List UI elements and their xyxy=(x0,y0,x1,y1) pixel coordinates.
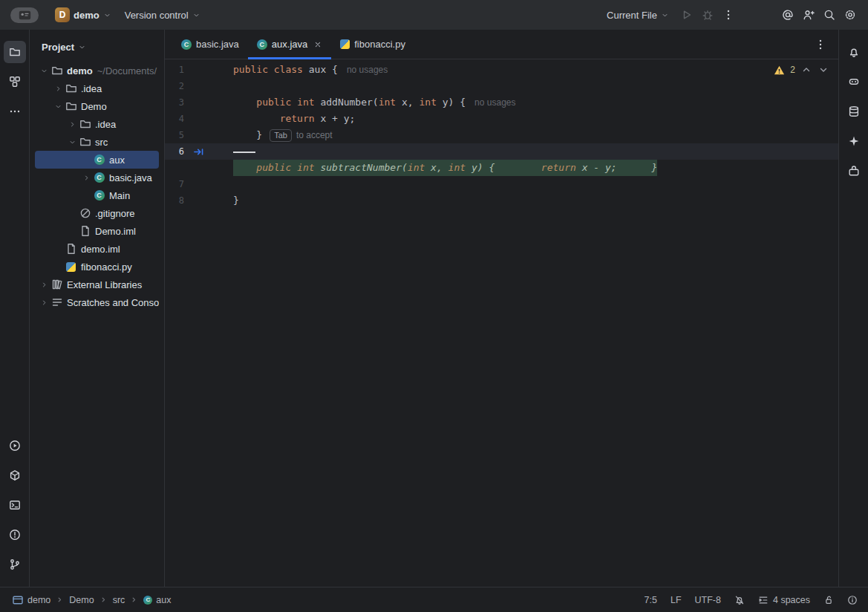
inline-completion-gutter-icon[interactable] xyxy=(184,146,206,157)
code-line-1[interactable]: 1public class aux {no usages xyxy=(165,62,838,78)
line-number: 2 xyxy=(165,78,184,94)
tree-item-.idea[interactable]: .idea xyxy=(35,115,159,133)
window-controls[interactable] xyxy=(10,7,39,23)
info-icon xyxy=(847,595,858,605)
problems-tool-button[interactable] xyxy=(4,524,26,546)
chevron-right-icon[interactable] xyxy=(38,296,50,308)
breadcrumb-aux[interactable]: Caux xyxy=(143,595,171,605)
code-line-2[interactable]: 2 xyxy=(165,78,838,94)
code-lines: 1public class aux {no usages23 public in… xyxy=(165,62,838,209)
more-tool-windows-button[interactable] xyxy=(4,100,26,123)
chevron-down-icon[interactable] xyxy=(818,64,829,76)
inline-suggestion-line[interactable]: public int subtractNumber(int x, int y) … xyxy=(165,160,838,176)
titlebar-actions xyxy=(676,4,861,25)
tree-item-main[interactable]: CMain xyxy=(35,186,159,204)
ai-chat-button[interactable] xyxy=(777,4,798,25)
usages-inlay-hint[interactable]: no usages xyxy=(347,62,388,78)
tab-fibonacci.py[interactable]: fibonacci.py xyxy=(331,30,414,59)
right-toolbar-top xyxy=(843,37,865,186)
run-config-selector[interactable]: Current File xyxy=(601,7,675,24)
tree-item-fibonacci.py[interactable]: fibonacci.py xyxy=(35,258,159,276)
project-panel-title: Project xyxy=(42,42,74,53)
chevron-right-icon[interactable] xyxy=(80,172,93,183)
usages-inlay-hint[interactable]: no usages xyxy=(474,94,515,111)
debug-button[interactable] xyxy=(697,4,718,25)
chevron-right-icon[interactable] xyxy=(52,82,65,94)
tree-item-demo[interactable]: demo~/Documents/ xyxy=(35,62,159,79)
class-icon: C xyxy=(143,596,152,605)
breadcrumb-demo[interactable]: Demo xyxy=(69,595,94,605)
chevron-right-icon[interactable] xyxy=(38,279,50,290)
code-line-4[interactable]: 4 return x + y; xyxy=(165,111,838,127)
tree-item-basic.java[interactable]: Cbasic.java xyxy=(35,169,159,186)
caret-position-widget[interactable]: 7:5 xyxy=(645,595,657,605)
terminal-tool-button[interactable] xyxy=(4,494,26,516)
tab-basic.java[interactable]: Cbasic.java xyxy=(172,30,248,59)
tab-options-icon[interactable] xyxy=(815,39,826,51)
breadcrumbs: demoDemosrcCaux xyxy=(12,594,171,606)
folder-icon xyxy=(79,118,91,130)
tree-item-label: fibonacci.py xyxy=(81,261,132,273)
code-line-8[interactable]: 8} xyxy=(165,192,838,209)
tree-item-demo[interactable]: Demo xyxy=(35,97,159,115)
more-icon xyxy=(9,105,21,117)
inspections-widget[interactable]: 2 xyxy=(774,64,829,76)
plugins-tool-button[interactable] xyxy=(843,160,865,182)
main-area: Project demo~/Documents/.ideaDemo.ideasr… xyxy=(0,30,868,587)
code-with-me-button[interactable] xyxy=(798,4,819,25)
version-control-tool-button[interactable] xyxy=(4,553,26,576)
left-toolbar xyxy=(0,30,30,587)
breadcrumb-src[interactable]: src xyxy=(113,595,125,605)
code-line-6[interactable]: 6 xyxy=(165,143,838,160)
run-button[interactable] xyxy=(676,4,697,25)
project-panel-header[interactable]: Project xyxy=(30,36,164,62)
tree-item-label: Demo.iml xyxy=(95,226,136,237)
chevron-down-icon[interactable] xyxy=(38,65,50,76)
tree-item-demo.iml[interactable]: demo.iml xyxy=(35,240,159,258)
copilot-button[interactable] xyxy=(843,71,865,93)
tree-item-external-libraries[interactable]: External Libraries xyxy=(35,276,159,293)
class-icon: C xyxy=(93,172,105,183)
settings-button[interactable] xyxy=(840,4,861,25)
search-everywhere-button[interactable] xyxy=(819,4,840,25)
close-tab-icon[interactable] xyxy=(313,40,322,49)
code-line-5[interactable]: 5 }Tabto accept xyxy=(165,127,838,143)
run-tool-button[interactable] xyxy=(4,434,26,457)
tree-item-aux[interactable]: Caux xyxy=(35,151,159,169)
tree-item-src[interactable]: src xyxy=(35,133,159,151)
tree-item-scratches-and-consoles[interactable]: Scratches and Consoles xyxy=(35,293,159,311)
tree-item-.idea[interactable]: .idea xyxy=(35,79,159,97)
project-selector[interactable]: D demo xyxy=(49,4,117,25)
left-toolbar-top xyxy=(4,37,26,126)
tab-label: basic.java xyxy=(196,39,239,50)
ai-assistant-button[interactable] xyxy=(843,130,865,152)
database-tool-button[interactable] xyxy=(843,100,865,123)
code-line-7[interactable]: 7 xyxy=(165,176,838,192)
run-icon xyxy=(9,440,21,452)
readonly-widget[interactable] xyxy=(823,595,834,605)
tree-item-demo.iml[interactable]: Demo.iml xyxy=(35,222,159,240)
breadcrumb-demo[interactable]: demo xyxy=(12,594,50,606)
vcs-widget[interactable]: Version control xyxy=(119,7,206,24)
project-name: demo xyxy=(74,10,99,21)
tree-item-.gitignore[interactable]: .gitignore xyxy=(35,204,159,222)
file-icon xyxy=(79,225,91,237)
chevron-down-icon[interactable] xyxy=(66,136,79,148)
more-actions-button[interactable] xyxy=(718,4,739,25)
notifications-button[interactable] xyxy=(843,41,865,63)
structure-tool-button[interactable] xyxy=(4,71,26,93)
indent-widget[interactable]: 4 spaces xyxy=(758,595,810,605)
notifications-muted-widget[interactable] xyxy=(734,595,745,605)
chevron-down-icon[interactable] xyxy=(52,100,65,112)
inspections-status-widget[interactable] xyxy=(847,595,858,605)
code-editor[interactable]: 1public class aux {no usages23 public in… xyxy=(165,59,838,587)
project-tool-button[interactable] xyxy=(4,41,26,63)
line-separator-widget[interactable]: LF xyxy=(670,595,682,605)
tab-aux.java[interactable]: Caux.java xyxy=(248,30,331,59)
chevron-right-icon[interactable] xyxy=(66,118,79,130)
encoding-widget[interactable]: UTF-8 xyxy=(695,595,721,605)
chevron-up-icon[interactable] xyxy=(800,64,812,76)
code-line-3[interactable]: 3 public int addNumber(int x, int y) {no… xyxy=(165,94,838,111)
encoding-widget-value: UTF-8 xyxy=(695,595,721,605)
services-tool-button[interactable] xyxy=(4,464,26,486)
